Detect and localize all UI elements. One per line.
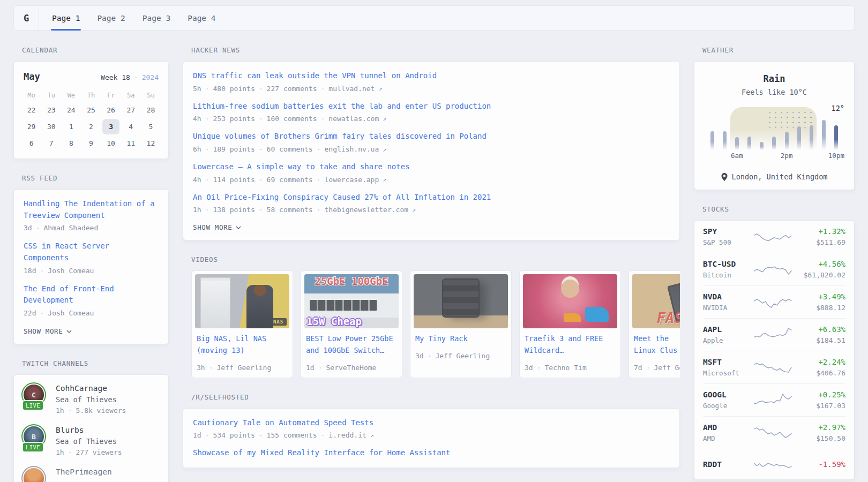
calendar-day: 12	[141, 135, 161, 152]
day-label: 2	[83, 119, 100, 134]
video-age: 7d	[634, 364, 642, 372]
hn-item-title[interactable]: Unique volumes of Brothers Grimm fairy t…	[193, 131, 670, 142]
hn-item-title[interactable]: Lowercase – A simple way to take and sha…	[193, 161, 670, 173]
calendar-day: 8	[61, 135, 81, 152]
rss-item: Handling The Indentation of a Treeview C…	[24, 198, 159, 232]
weather-section: WEATHER Rain Feels like 10°C 6am2pm10pm …	[694, 46, 855, 190]
rss-item-author: Ahmad Shadeed	[32, 224, 99, 232]
twitch-widget: C LIVE CohhCarnage Sea of Thieves 1h 5.8…	[13, 374, 169, 482]
video-card[interactable]: Traefik 3 and FREE Wildcard… 3d Techno T…	[519, 270, 621, 378]
stock-row-googl[interactable]: GOOGL Google +0.25% $167.03	[703, 383, 845, 416]
day-label: 3	[102, 119, 119, 134]
stock-row-amd[interactable]: AMD AMD +2.97% $150.50	[703, 416, 845, 449]
hn-item-meta: 4h 114 points 69 comments lowercase.app …	[193, 176, 670, 184]
channel-meta: 1h 277 viewers	[56, 448, 122, 456]
video-thumbnail[interactable]: 25GbE 100GbE 15W Cheap	[304, 274, 399, 328]
video-title[interactable]: Traefik 3 and FREE Wildcard…	[525, 333, 616, 356]
day-label: 27	[122, 102, 139, 118]
stock-row-nvda[interactable]: NVDA NVIDIA +3.49% $888.12	[703, 285, 845, 318]
twitch-channel-cohhcarnage[interactable]: C LIVE CohhCarnage Sea of Thieves 1h 5.8…	[23, 383, 160, 415]
stock-change: +2.24%	[796, 358, 845, 366]
calendar-day: 9	[81, 135, 101, 152]
hn-item-title[interactable]: An Oil Price-Fixing Conspiracy Caused 27…	[193, 192, 670, 204]
stock-name: NVIDIA	[703, 304, 750, 312]
video-thumbnail[interactable]	[523, 274, 617, 328]
stock-symbol: MSFT	[703, 358, 750, 366]
video-card[interactable]: 25GbE 100GbE 15W Cheap BEST Low Power 25…	[301, 270, 402, 378]
video-title[interactable]: Big NAS, Lil NAS (moving 13)	[197, 333, 288, 356]
calendar-section-title: CALENDAR	[22, 46, 169, 54]
video-title[interactable]: Meet the Linux Clus	[634, 333, 680, 356]
stock-row-msft[interactable]: MSFT Microsoft +2.24% $406.76	[703, 351, 845, 383]
thumbnail-overlay	[414, 274, 508, 328]
rss-show-more-button[interactable]: SHOW MORE	[24, 327, 159, 335]
stream-viewers: 5.8k viewers	[64, 406, 126, 415]
video-meta: 3d Techno Tim	[525, 364, 616, 372]
hn-show-more-button[interactable]: SHOW MORE	[193, 223, 670, 231]
calendar-day: 2	[81, 119, 101, 135]
stock-change: +3.49%	[796, 292, 845, 301]
external-link-icon: ↗	[383, 115, 386, 123]
tab-page-1[interactable]: Page 1	[52, 6, 80, 30]
stock-values: +2.24% $406.76	[796, 358, 845, 377]
rss-item-age: 3d	[24, 224, 32, 232]
reddit-item-title[interactable]: Showcase of my Mixed Reality Interface f…	[193, 447, 670, 459]
hn-item-title[interactable]: DNS traffic can leak outside the VPN tun…	[193, 70, 670, 82]
hn-item-meta: 4h 253 points 160 comments newatlas.com …	[193, 115, 670, 123]
twitch-channel-theprimeagen[interactable]: ThePrimeagen	[23, 467, 160, 482]
rss-item-title[interactable]: CSS in React Server Components	[24, 240, 159, 263]
hn-item-title[interactable]: Lithium-free sodium batteries exit the l…	[193, 101, 670, 112]
stocks-section: STOCKS SPY S&P 500 +1.32% $511.69 BTC-US	[694, 205, 855, 480]
video-thumbnail[interactable]: LIL NAS	[195, 274, 289, 328]
video-card[interactable]: FAS Meet the Linux Clus 7d Jeff Geerling	[628, 270, 680, 378]
day-label: 24	[63, 102, 80, 118]
video-title[interactable]: BEST Low Power 25GbE and 100GbE Switch…	[306, 333, 397, 356]
tab-page-3[interactable]: Page 3	[143, 6, 170, 30]
stock-price: $61,820.02	[796, 271, 845, 279]
twitch-avatar-wrap	[23, 467, 47, 482]
stock-symbol: BTC-USD	[703, 260, 750, 268]
weather-bar	[760, 142, 764, 150]
hn-item-points: 138 points	[201, 206, 255, 214]
center-column: HACKER NEWS DNS traffic can leak outside…	[183, 46, 680, 482]
video-card[interactable]: LIL NAS Big NAS, Lil NAS (moving 13) 3h …	[191, 270, 293, 378]
day-label: 28	[142, 102, 159, 118]
stock-row-btc-usd[interactable]: BTC-USD Bitcoin +4.56% $61,820.02	[703, 253, 845, 285]
rss-item-title[interactable]: Handling The Indentation of a Treeview C…	[24, 198, 159, 221]
video-card[interactable]: My Tiny Rack 3d Jeff Geerling	[410, 270, 512, 378]
left-column: CALENDAR May Week 18 2024 Mo Tu We Th Fr…	[13, 46, 169, 482]
hour-label: 10pm	[828, 152, 844, 160]
app-logo[interactable]: G	[14, 6, 39, 30]
stock-row-rddt[interactable]: RDDT -1.59%	[703, 449, 845, 479]
stocks-widget: SPY S&P 500 +1.32% $511.69 BTC-USD Bitco…	[694, 220, 855, 480]
video-thumbnail[interactable]	[414, 274, 508, 328]
weather-bar	[810, 125, 813, 150]
tab-page-4[interactable]: Page 4	[188, 6, 215, 30]
hn-item-domain[interactable]: lowercase.app	[313, 176, 379, 184]
hn-item-comments: 227 comments	[255, 85, 317, 93]
hn-item-domain[interactable]: english.nv.ua	[313, 145, 379, 153]
stock-symbol: GOOGL	[703, 390, 750, 399]
reddit-item-domain[interactable]: i.redd.it	[317, 431, 366, 439]
hn-item-domain[interactable]: thebignewsletter.com	[313, 206, 408, 214]
video-thumbnail[interactable]: FAS	[632, 274, 680, 328]
thumbnail-overlay	[195, 274, 289, 328]
hn-item-domain[interactable]: mullvad.net	[317, 85, 375, 93]
video-title[interactable]: My Tiny Rack	[415, 333, 506, 345]
reddit-item-comments: 155 comments	[255, 431, 317, 439]
stock-values: +2.97% $150.50	[796, 423, 845, 442]
twitch-channel-blurbs[interactable]: B LIVE Blurbs Sea of Thieves 1h 277 view…	[23, 425, 160, 456]
stock-sparkline	[750, 293, 796, 311]
reddit-item-title[interactable]: Cautionary Tale on Automated Speed Tests	[193, 417, 670, 429]
videos-section-title: VIDEOS	[191, 255, 680, 263]
hn-item-domain[interactable]: newatlas.com	[317, 115, 379, 123]
stock-row-aapl[interactable]: AAPL Apple +6.63% $184.51	[703, 318, 845, 351]
rss-item: CSS in React Server Components 18d Josh …	[24, 240, 159, 274]
hn-item-meta: 1h 138 points 58 comments thebignewslett…	[193, 206, 670, 214]
rss-widget: Handling The Indentation of a Treeview C…	[13, 189, 169, 344]
hn-item: Lithium-free sodium batteries exit the l…	[193, 101, 670, 123]
rss-item-title[interactable]: The End of Front-End Development	[24, 283, 159, 306]
video-meta: 7d Jeff Geerling	[634, 364, 680, 372]
tab-page-2[interactable]: Page 2	[97, 6, 125, 30]
stock-row-spy[interactable]: SPY S&P 500 +1.32% $511.69	[703, 221, 845, 253]
